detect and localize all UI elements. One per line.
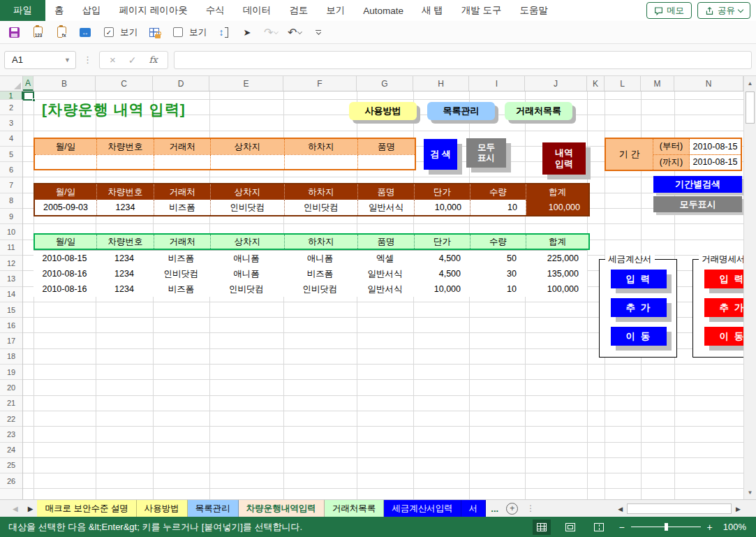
ribbon-tab-8[interactable]: 새 탭 (413, 0, 452, 21)
vertical-scrollbar[interactable]: ▲ ▼ (743, 76, 756, 499)
sheet-nav-left-icon[interactable]: ◀ (13, 505, 18, 513)
ribbon-tab-2[interactable]: 페이지 레이아웃 (110, 0, 197, 21)
normal-view-button[interactable] (533, 520, 551, 535)
row-header-11[interactable]: 11 (0, 240, 22, 256)
column-header-B[interactable]: B (34, 76, 96, 91)
grid-body[interactable]: 1234567891011121314151617181920212223242… (0, 91, 743, 499)
column-header-L[interactable]: L (605, 76, 641, 91)
row-header-1[interactable]: 1 (0, 91, 23, 100)
list-row[interactable]: 2010-08-16 1234 인비닷컴 애니폼 비즈폼 일반서식 4,500 … (34, 266, 587, 281)
scroll-left-icon[interactable]: ◀ (618, 506, 623, 513)
row-header-24[interactable]: 24 (0, 443, 22, 458)
share-button[interactable]: 공유 (697, 2, 750, 19)
result-table-row[interactable]: 2005-09-03 1234 비즈폼 인비닷컴 인비닷컴 일반서식 10,00… (35, 200, 588, 215)
name-box-dropdown-icon[interactable]: ▼ (64, 57, 71, 64)
view-checkbox-2[interactable] (171, 25, 185, 39)
name-box[interactable]: A1 ▼ (4, 51, 76, 69)
row-header-13[interactable]: 13 (0, 271, 22, 286)
row-header-7[interactable]: 7 (0, 177, 22, 193)
column-header-C[interactable]: C (96, 76, 153, 91)
sheet-tabs-overflow[interactable]: ... (486, 500, 503, 517)
ribbon-tab-7[interactable]: Automate (354, 0, 413, 21)
zoom-slider-thumb[interactable] (665, 523, 668, 531)
sheet-tab-0[interactable]: 매크로 보안수준 설명 (37, 500, 136, 517)
list-manage-button[interactable]: 목록관리 (427, 102, 495, 120)
row-header-16[interactable]: 16 (0, 318, 22, 333)
list-row[interactable]: 2010-08-16 1234 비즈폼 인비닷컴 인비닷컴 일반서식 10,00… (34, 281, 587, 297)
horizontal-scrollbar[interactable]: ◀ ▶ (618, 503, 741, 515)
page-break-view-button[interactable] (590, 520, 608, 535)
column-header-M[interactable]: M (641, 76, 674, 91)
usage-button[interactable]: 사용방법 (349, 102, 417, 120)
ribbon-tab-1[interactable]: 삽입 (73, 0, 110, 21)
ribbon-tab-9[interactable]: 개발 도구 (452, 0, 511, 21)
row-header-3[interactable]: 3 (0, 115, 22, 131)
row-header-8[interactable]: 8 (0, 193, 22, 209)
undo-dropdown-icon[interactable] (297, 29, 302, 34)
select-pointer-button[interactable]: ➤ (240, 25, 254, 39)
input-cell-item[interactable] (358, 155, 415, 169)
sheet-tab-2[interactable]: 목록관리 (188, 500, 239, 517)
period-search-button[interactable]: 기간별검색 (653, 176, 742, 193)
fit-width-button[interactable]: ↔ (78, 25, 92, 39)
client-list-button[interactable]: 거래처목록 (505, 102, 572, 120)
row-header-14[interactable]: 14 (0, 287, 22, 302)
ribbon-tab-10[interactable]: 도움말 (511, 0, 558, 21)
row-header-26[interactable]: 26 (0, 473, 22, 489)
insert-function-button[interactable]: fx (149, 54, 158, 65)
statement-input-button[interactable]: 입 력 (704, 270, 743, 288)
formula-input[interactable] (174, 51, 752, 69)
page-layout-view-button[interactable] (561, 520, 579, 535)
input-cell-unload[interactable] (285, 155, 358, 169)
column-header-D[interactable]: D (153, 76, 209, 91)
column-header-H[interactable]: H (413, 76, 469, 91)
statement-move-button[interactable]: 이 동 (704, 327, 743, 346)
vertical-scroll-thumb[interactable] (746, 91, 755, 124)
input-cell-client[interactable] (154, 155, 211, 169)
redo-dropdown-icon[interactable] (274, 29, 279, 34)
ribbon-tab-5[interactable]: 검토 (280, 0, 317, 21)
row-header-10[interactable]: 10 (0, 224, 22, 240)
tab-file[interactable]: 파일 (0, 0, 45, 21)
ribbon-tab-4[interactable]: 데이터 (234, 0, 281, 21)
show-all-button[interactable]: 모두 표시 (466, 138, 506, 168)
scroll-down-icon[interactable]: ▼ (744, 485, 756, 499)
input-cell-load[interactable] (211, 155, 285, 169)
select-all-corner[interactable] (0, 76, 23, 91)
zoom-out-button[interactable]: − (618, 522, 624, 533)
tax-input-button[interactable]: 입 력 (611, 270, 667, 288)
save-button[interactable] (7, 25, 21, 39)
scroll-up-icon[interactable]: ▲ (744, 76, 756, 90)
row-header-2[interactable]: 2 (0, 100, 22, 115)
row-header-25[interactable]: 25 (0, 458, 22, 473)
vertical-scroll-track[interactable] (744, 90, 756, 485)
redo-button[interactable]: ↷ (264, 25, 278, 39)
row-header-21[interactable]: 21 (0, 396, 22, 411)
enter-button[interactable]: ✓ (128, 54, 137, 66)
column-header-G[interactable]: G (357, 76, 413, 91)
input-cell-vehicle[interactable] (97, 155, 154, 169)
column-header-J[interactable]: J (525, 76, 587, 91)
fill-handle[interactable] (32, 98, 36, 102)
column-header-I[interactable]: I (469, 76, 525, 91)
sheet-tab-5[interactable]: 세금계산서입력 (384, 500, 461, 517)
row-header-6[interactable]: 6 (0, 162, 22, 177)
input-cell-date[interactable] (35, 155, 97, 169)
paste-formulas-button[interactable]: fx (54, 25, 68, 39)
horizontal-scroll-thumb[interactable] (627, 503, 732, 514)
sheet-tab-4[interactable]: 거래처목록 (325, 500, 385, 517)
row-header-9[interactable]: 9 (0, 209, 22, 224)
ribbon-tab-3[interactable]: 수식 (197, 0, 234, 21)
sheet-tab-1[interactable]: 사용방법 (137, 500, 188, 517)
scroll-right-icon[interactable]: ▶ (736, 506, 741, 513)
row-header-17[interactable]: 17 (0, 333, 22, 348)
protect-sheet-button[interactable] (147, 25, 161, 39)
statement-add-button[interactable]: 추 가 (704, 298, 743, 317)
column-header-A[interactable]: A (23, 76, 34, 91)
zoom-in-button[interactable]: + (707, 522, 713, 533)
zoom-slider[interactable] (631, 527, 701, 527)
sheet-nav-right-icon[interactable]: ▶ (28, 505, 34, 513)
selected-cell-a1[interactable] (23, 91, 34, 101)
search-button[interactable]: 검 색 (424, 139, 457, 170)
row-header-4[interactable]: 4 (0, 131, 22, 147)
